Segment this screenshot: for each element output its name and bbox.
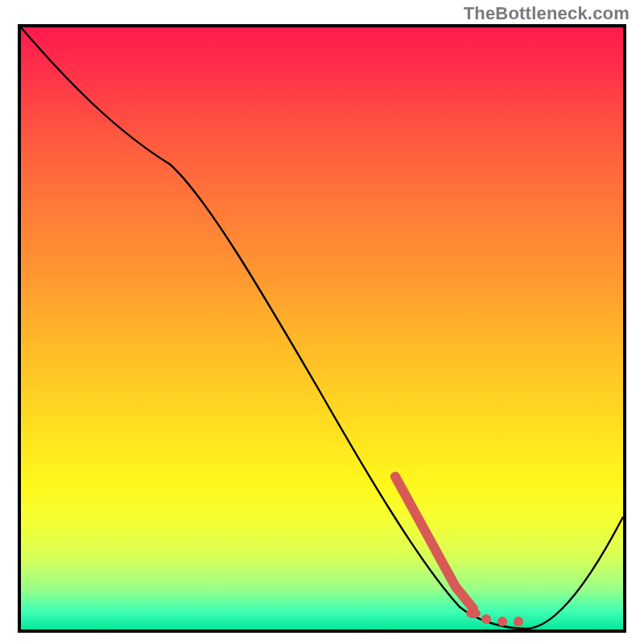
highlight-dot-2 [497, 617, 507, 626]
highlight-segment-group [395, 477, 523, 626]
chart-plot-area [18, 24, 626, 633]
highlight-dash-1 [466, 609, 481, 618]
highlight-dot-3 [514, 617, 523, 626]
attribution-text: TheBottleneck.com [464, 3, 630, 24]
chart-svg-layer [21, 27, 623, 630]
bottleneck-curve-line [21, 27, 623, 629]
highlight-dot-1 [481, 614, 491, 624]
